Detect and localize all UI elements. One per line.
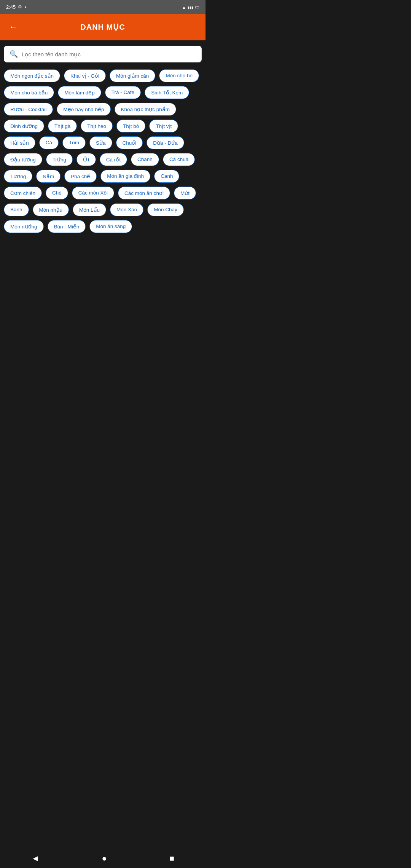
tag-item[interactable]: Tôm bbox=[62, 136, 86, 149]
tag-item[interactable]: Món Lẩu bbox=[73, 203, 106, 216]
tag-item[interactable]: Nấm bbox=[36, 170, 61, 183]
header: ← DANH MỤC bbox=[0, 14, 206, 40]
tag-item[interactable]: Khai vị - Gỏi bbox=[64, 69, 106, 82]
tag-item[interactable]: Mứt bbox=[174, 187, 196, 199]
tag-item[interactable]: Dinh dưỡng bbox=[4, 120, 44, 132]
tag-item[interactable]: Chuối bbox=[116, 136, 143, 149]
back-button[interactable]: ← bbox=[6, 19, 21, 35]
tag-item[interactable]: Khoa học thực phẩm bbox=[115, 103, 176, 116]
tag-item[interactable]: Thịt gà bbox=[48, 120, 77, 132]
tag-item[interactable]: Món Xào bbox=[110, 203, 143, 216]
search-icon: 🔍 bbox=[10, 50, 18, 58]
tag-item[interactable]: Món nhậu bbox=[33, 203, 69, 216]
tag-item[interactable]: Đậu tương bbox=[4, 153, 42, 166]
tag-item[interactable]: Ớt bbox=[76, 153, 96, 166]
wifi-icon bbox=[182, 4, 186, 10]
tag-item[interactable]: Mẹo hay nhà bếp bbox=[57, 103, 110, 116]
tag-item[interactable]: Hải sản bbox=[4, 136, 35, 149]
battery-icon bbox=[195, 4, 199, 10]
tag-item[interactable]: Món Chay bbox=[147, 203, 184, 216]
tag-item[interactable]: Món cho bà bầu bbox=[4, 86, 54, 99]
tags-container: Món ngon đặc sảnKhai vị - GỏiMón giảm câ… bbox=[0, 68, 206, 241]
tag-item[interactable]: Cà rốt bbox=[100, 153, 127, 166]
tag-item[interactable]: Trà - Cafe bbox=[105, 86, 141, 99]
tag-item[interactable]: Các món Xôi bbox=[72, 187, 114, 199]
tag-item[interactable]: Sữa bbox=[89, 136, 112, 149]
tag-item[interactable]: Bún - Miến bbox=[48, 220, 86, 233]
page-title: DANH MỤC bbox=[21, 22, 185, 32]
tag-item[interactable]: Bánh bbox=[4, 203, 29, 216]
dot-icon: ● bbox=[24, 5, 26, 9]
tag-item[interactable]: Món cho bé bbox=[159, 69, 199, 82]
tag-item[interactable]: Thịt bò bbox=[116, 120, 145, 132]
tag-item[interactable]: Pha chế bbox=[64, 170, 97, 183]
tag-item[interactable]: Món giảm cân bbox=[110, 69, 155, 82]
status-right bbox=[182, 4, 199, 10]
status-bar: 2:45 ⚙ ● bbox=[0, 0, 206, 14]
tag-item[interactable]: Sinh Tố, Kem bbox=[145, 86, 189, 99]
tag-item[interactable]: Cá bbox=[39, 136, 59, 149]
search-input[interactable] bbox=[22, 51, 196, 57]
tag-item[interactable]: Dừa - Dứa bbox=[147, 136, 184, 149]
tag-item[interactable]: Cà chua bbox=[163, 153, 195, 166]
settings-icon: ⚙ bbox=[18, 4, 22, 10]
tag-item[interactable]: Thịt vịt bbox=[149, 120, 178, 132]
tag-item[interactable]: Các món ăn chơi bbox=[118, 187, 170, 199]
tag-item[interactable]: Chanh bbox=[131, 153, 159, 166]
tag-item[interactable]: Món ăn gia đình bbox=[100, 170, 150, 183]
tag-item[interactable]: Món nướng bbox=[4, 220, 44, 233]
tag-item[interactable]: Canh bbox=[154, 170, 179, 183]
tag-item[interactable]: Món làm đẹp bbox=[58, 86, 101, 99]
tag-item[interactable]: Trứng bbox=[46, 153, 73, 166]
search-bar: 🔍 bbox=[4, 46, 202, 62]
tag-item[interactable]: Món ngon đặc sản bbox=[4, 69, 60, 82]
tag-item[interactable]: Cơm chiên bbox=[4, 187, 42, 199]
tag-item[interactable]: Rượu - Cocktail bbox=[4, 103, 53, 116]
tag-item[interactable]: Món ăn sáng bbox=[89, 220, 132, 233]
status-time: 2:45 bbox=[6, 4, 16, 10]
tag-item[interactable]: Thịt heo bbox=[81, 120, 113, 132]
tag-item[interactable]: Tương bbox=[4, 170, 32, 183]
tag-item[interactable]: Chè bbox=[46, 187, 68, 199]
status-left: 2:45 ⚙ ● bbox=[6, 4, 26, 10]
signal-icon bbox=[188, 4, 193, 10]
